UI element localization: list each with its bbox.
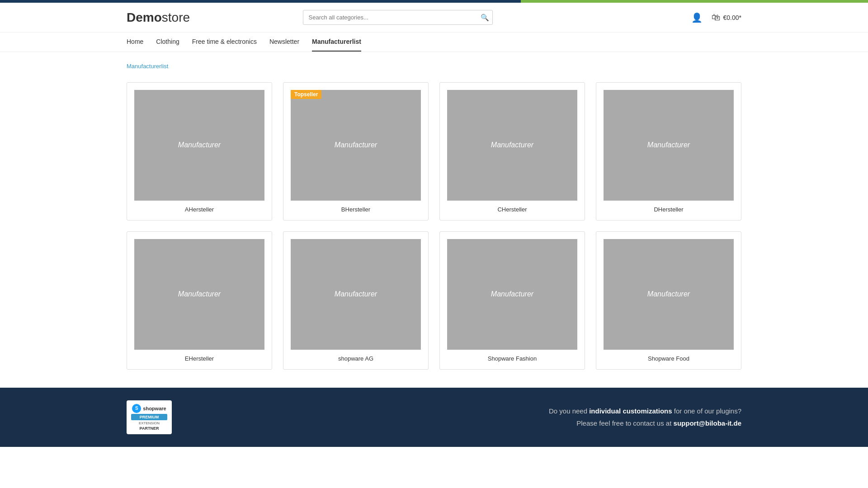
cart-area[interactable]: 🛍 €0.00* bbox=[712, 12, 741, 23]
nav-item-newsletter[interactable]: Newsletter bbox=[269, 33, 299, 52]
manufacturer-name: Shopware Food bbox=[604, 355, 734, 362]
footer-text: Do you need individual customizations fo… bbox=[549, 405, 741, 429]
manufacturer-image: Manufacturer bbox=[604, 90, 734, 201]
nav-item-manufacturerlist[interactable]: Manufacturerlist bbox=[312, 33, 361, 52]
main-content: Manufacturerlist Manufacturer AHerstelle… bbox=[0, 52, 868, 388]
search-input[interactable] bbox=[303, 10, 493, 25]
manufacturer-card[interactable]: Manufacturer DHersteller bbox=[596, 82, 741, 221]
manufacturer-card[interactable]: Manufacturer AHersteller bbox=[127, 82, 272, 221]
footer-logo-top: S shopware bbox=[132, 404, 166, 413]
shopware-text: shopware bbox=[143, 406, 166, 411]
account-icon[interactable]: 👤 bbox=[691, 12, 703, 23]
manufacturer-name: shopware AG bbox=[291, 355, 421, 362]
manufacturer-name: Shopware Fashion bbox=[447, 355, 577, 362]
search-bar: 🔍 bbox=[303, 10, 493, 25]
footer: S shopware PREMIUM EXTENSION PARTNER Do … bbox=[0, 388, 868, 447]
manufacturer-card[interactable]: Manufacturer CHersteller bbox=[439, 82, 585, 221]
logo[interactable]: Demostore bbox=[127, 10, 190, 25]
shopware-icon: S bbox=[132, 404, 141, 413]
manufacturer-name: BHersteller bbox=[291, 206, 421, 213]
premium-badge: PREMIUM bbox=[131, 414, 167, 420]
logo-light: store bbox=[162, 10, 190, 24]
cart-price: €0.00* bbox=[723, 14, 741, 21]
footer-contact-plain: Please feel free to contact us at bbox=[576, 419, 673, 427]
partner-text: PARTNER bbox=[140, 426, 159, 431]
footer-cta-line: Do you need individual customizations fo… bbox=[549, 405, 741, 417]
manufacturer-card[interactable]: Manufacturer Shopware Food bbox=[596, 231, 741, 370]
manufacturer-card[interactable]: Manufacturer shopware AG bbox=[283, 231, 429, 370]
header-right: 👤 🛍 €0.00* bbox=[691, 12, 741, 23]
manufacturer-card[interactable]: Manufacturer EHersteller bbox=[127, 231, 272, 370]
manufacturer-grid: Manufacturer AHersteller Topseller Manuf… bbox=[127, 82, 741, 370]
footer-cta-plain: Do you need bbox=[549, 407, 589, 415]
manufacturer-image: Manufacturer bbox=[291, 239, 421, 350]
logo-bold: Demo bbox=[127, 10, 162, 24]
manufacturer-image: Manufacturer bbox=[447, 90, 577, 201]
manufacturer-image: Manufacturer bbox=[604, 239, 734, 350]
nav-item-home[interactable]: Home bbox=[127, 33, 143, 52]
extension-text: EXTENSION bbox=[139, 421, 160, 425]
manufacturer-card[interactable]: Topseller Manufacturer BHersteller bbox=[283, 82, 429, 221]
main-nav: Home Clothing Free time & electronics Ne… bbox=[0, 33, 868, 52]
topseller-badge: Topseller bbox=[291, 90, 321, 99]
breadcrumb[interactable]: Manufacturerlist bbox=[127, 63, 741, 70]
search-button[interactable]: 🔍 bbox=[481, 14, 489, 22]
manufacturer-name: DHersteller bbox=[604, 206, 734, 213]
nav-item-clothing[interactable]: Clothing bbox=[156, 33, 179, 52]
manufacturer-image: Manufacturer bbox=[134, 90, 264, 201]
manufacturer-image: Manufacturer bbox=[291, 90, 421, 201]
manufacturer-name: AHersteller bbox=[134, 206, 264, 213]
header: Demostore 🔍 👤 🛍 €0.00* bbox=[0, 3, 868, 33]
footer-contact-email[interactable]: support@biloba-it.de bbox=[674, 419, 741, 427]
nav-item-free-time[interactable]: Free time & electronics bbox=[192, 33, 257, 52]
manufacturer-image: Manufacturer bbox=[134, 239, 264, 350]
manufacturer-image: Manufacturer bbox=[447, 239, 577, 350]
footer-logo-box: S shopware PREMIUM EXTENSION PARTNER bbox=[127, 400, 172, 434]
footer-contact-line: Please feel free to contact us at suppor… bbox=[549, 417, 741, 429]
footer-cta-end: for one of our plugins? bbox=[672, 407, 741, 415]
cart-icon: 🛍 bbox=[712, 12, 721, 23]
footer-cta-bold: individual customizations bbox=[589, 407, 672, 415]
manufacturer-name: CHersteller bbox=[447, 206, 577, 213]
manufacturer-card[interactable]: Manufacturer Shopware Fashion bbox=[439, 231, 585, 370]
footer-logo-area: S shopware PREMIUM EXTENSION PARTNER bbox=[127, 400, 172, 434]
manufacturer-name: EHersteller bbox=[134, 355, 264, 362]
